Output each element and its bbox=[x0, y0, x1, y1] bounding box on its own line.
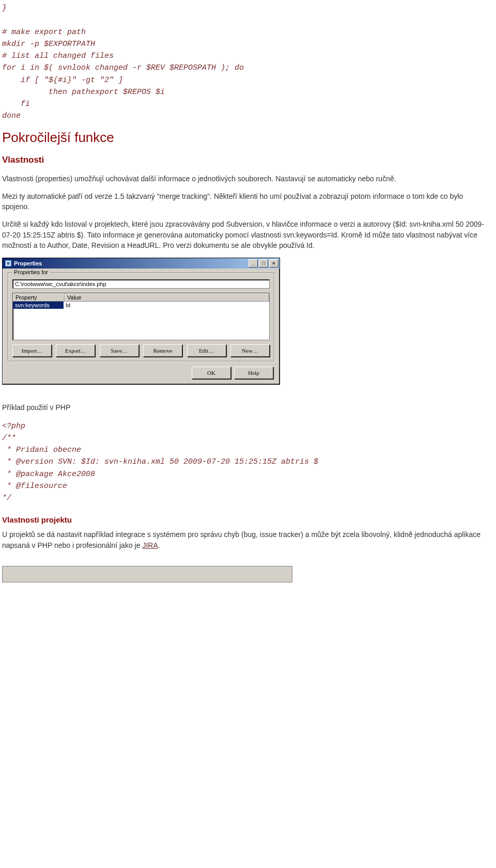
save-button[interactable]: Save… bbox=[100, 344, 139, 357]
column-header-property[interactable]: Property bbox=[13, 293, 65, 302]
screenshot-fragment bbox=[2, 566, 292, 582]
heading-properties: Vlastnosti bbox=[2, 155, 486, 165]
edit-button[interactable]: Edit… bbox=[187, 344, 226, 357]
groupbox-label: Properties for bbox=[12, 269, 50, 275]
paragraph: U projektů se dá nastavit například inte… bbox=[2, 529, 486, 550]
remove-button[interactable]: Remove bbox=[143, 344, 182, 357]
dialog-title: Properties bbox=[14, 260, 42, 266]
properties-list[interactable]: Property Value svn:keywords Id bbox=[12, 293, 270, 340]
minimize-button[interactable]: _ bbox=[249, 259, 258, 267]
close-button[interactable]: × bbox=[269, 259, 278, 267]
titlebar[interactable]: Properties _ □ × bbox=[3, 258, 280, 269]
code-block-shell: } # make export path mkdir -p $EXPORTPAT… bbox=[2, 2, 486, 122]
cell-value: Id bbox=[64, 302, 72, 309]
text: . bbox=[158, 541, 160, 549]
paragraph: Mezi ty automatické patří od verze 1.5 t… bbox=[2, 191, 486, 212]
maximize-button[interactable]: □ bbox=[259, 259, 268, 267]
svg-rect-2 bbox=[7, 262, 9, 265]
export-button[interactable]: Export… bbox=[56, 344, 95, 357]
example-usage-label: Příklad použití v PHP bbox=[2, 402, 486, 413]
paragraph: Vlastnosti (properties) umožňují uchováv… bbox=[2, 173, 486, 184]
heading-advanced-functions: Pokročilejší funkce bbox=[2, 130, 486, 146]
import-button[interactable]: Import… bbox=[12, 344, 52, 357]
jira-link[interactable]: JIRA bbox=[142, 541, 158, 549]
cell-property: svn:keywords bbox=[13, 302, 64, 309]
help-button[interactable]: Help bbox=[234, 367, 273, 379]
column-header-value[interactable]: Value bbox=[65, 293, 269, 302]
ok-button[interactable]: OK bbox=[192, 367, 231, 379]
app-icon bbox=[5, 260, 12, 267]
table-row[interactable]: svn:keywords Id bbox=[13, 302, 269, 309]
file-path-field: C:\rootwww\wc_cvut\akce\index.php bbox=[12, 279, 270, 289]
properties-dialog: Properties _ □ × Properties for C:\rootw… bbox=[2, 258, 280, 385]
new-button[interactable]: New… bbox=[230, 344, 270, 357]
code-block-php: <?php /** * Pridani obecne * @version SV… bbox=[2, 420, 486, 504]
properties-groupbox: Properties for C:\rootwww\wc_cvut\akce\i… bbox=[8, 273, 274, 361]
paragraph: Určitě si každý kdo listoval v projektec… bbox=[2, 219, 486, 250]
heading-project-properties: Vlastnosti projektu bbox=[2, 515, 486, 524]
text: U projektů se dá nastavit například inte… bbox=[2, 530, 481, 549]
